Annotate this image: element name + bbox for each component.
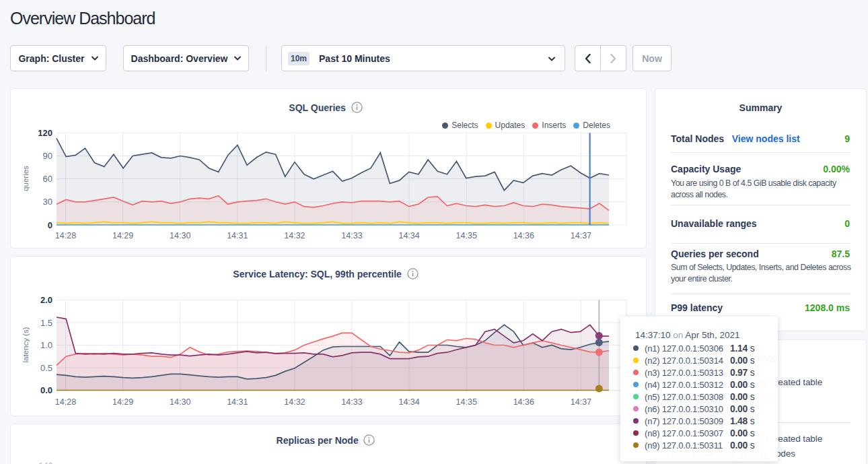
- svg-text:14:37: 14:37: [571, 397, 591, 407]
- svg-text:queries: queries: [22, 166, 30, 191]
- svg-text:14:34: 14:34: [398, 397, 419, 407]
- svg-text:1.5: 1.5: [40, 318, 52, 328]
- svg-text:14:35: 14:35: [456, 397, 477, 407]
- svg-text:14:37: 14:37: [571, 231, 591, 240]
- svg-text:14:29: 14:29: [112, 231, 133, 240]
- svg-text:60: 60: [43, 174, 52, 184]
- svg-text:14:32: 14:32: [284, 231, 305, 240]
- svg-text:0.5: 0.5: [40, 363, 52, 373]
- svg-text:14:28: 14:28: [55, 231, 76, 240]
- svg-text:14:31: 14:31: [227, 397, 248, 407]
- svg-text:30: 30: [43, 197, 52, 207]
- svg-text:14:32: 14:32: [284, 397, 305, 407]
- svg-text:1.0: 1.0: [40, 340, 52, 350]
- svg-text:0.0: 0.0: [40, 385, 52, 395]
- svg-text:14:34: 14:34: [398, 231, 419, 240]
- svg-text:14:30: 14:30: [170, 231, 190, 240]
- svg-text:14:35: 14:35: [456, 231, 477, 240]
- svg-text:14:29: 14:29: [112, 397, 133, 407]
- svg-text:14:36: 14:36: [513, 397, 534, 407]
- svg-text:latency (s): latency (s): [22, 327, 30, 362]
- svg-text:0: 0: [48, 220, 52, 230]
- svg-text:14:33: 14:33: [341, 231, 362, 240]
- svg-text:14:36: 14:36: [513, 231, 534, 240]
- svg-text:120: 120: [38, 128, 52, 138]
- svg-text:2.0: 2.0: [40, 295, 52, 305]
- svg-text:14:31: 14:31: [227, 231, 248, 240]
- svg-text:14:28: 14:28: [55, 397, 76, 407]
- svg-text:90: 90: [43, 151, 52, 161]
- svg-text:14:33: 14:33: [341, 397, 362, 407]
- svg-text:14:30: 14:30: [170, 397, 190, 407]
